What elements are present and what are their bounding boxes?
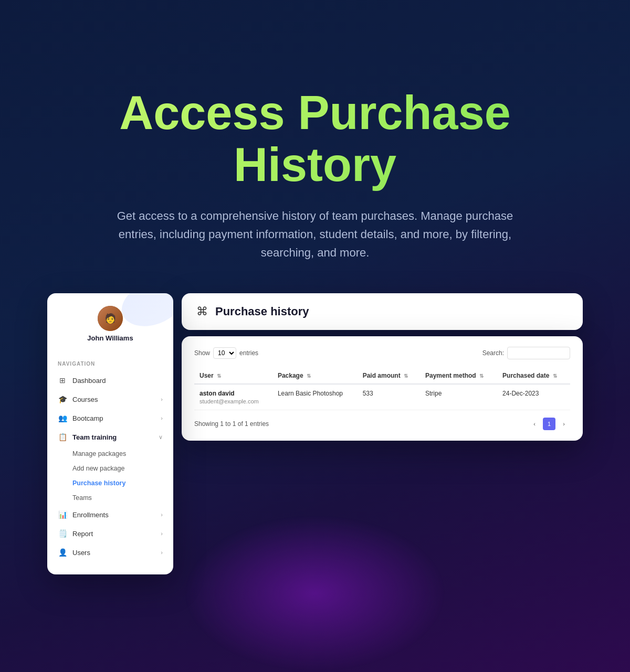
sidebar-subitem-manage-packages[interactable]: Manage packages — [72, 446, 173, 461]
bootcamp-icon: 👥 — [58, 413, 67, 423]
sidebar-item-report[interactable]: 🗒️ Report › — [47, 524, 173, 543]
col-payment-method[interactable]: Payment method ⇅ — [420, 368, 497, 384]
cell-paid-amount: 533 — [358, 384, 420, 410]
cell-purchased-date: 24-Dec-2023 — [497, 384, 570, 410]
chevron-right-icon: › — [161, 549, 163, 556]
sidebar: 🧑 John Williams NAVIGATION ⊞ Dashboard 🎓… — [47, 293, 173, 574]
cell-package: Learn Basic Photoshop — [272, 384, 358, 410]
ui-mockup: 🧑 John Williams NAVIGATION ⊞ Dashboard 🎓… — [47, 293, 583, 574]
show-label: Show — [194, 349, 210, 357]
cell-payment-method: Stripe — [420, 384, 497, 410]
sidebar-subitem-add-new-package[interactable]: Add new package — [72, 461, 173, 476]
sidebar-item-enrollments[interactable]: 📊 Enrollments › — [47, 505, 173, 524]
sidebar-subitem-teams[interactable]: Teams — [72, 490, 173, 505]
prev-page-button[interactable]: ‹ — [528, 418, 541, 430]
sidebar-item-label: Enrollments — [72, 511, 155, 519]
sort-icon: ⇅ — [479, 373, 484, 379]
sidebar-item-dashboard[interactable]: ⊞ Dashboard — [47, 371, 173, 390]
sidebar-item-users[interactable]: 👤 Users › — [47, 543, 173, 562]
command-icon: ⌘ — [196, 305, 208, 318]
sidebar-item-label: Courses — [72, 396, 155, 403]
sidebar-item-label: Team training — [72, 433, 153, 441]
table-controls: Show 10 25 50 entries Search: — [194, 347, 570, 359]
enrollments-icon: 📊 — [58, 510, 67, 519]
col-paid-amount[interactable]: Paid amount ⇅ — [358, 368, 420, 384]
col-package[interactable]: Package ⇅ — [272, 368, 358, 384]
sort-icon: ⇅ — [404, 373, 408, 379]
user-cell-email: student@example.com — [200, 398, 267, 404]
courses-icon: 🎓 — [58, 394, 67, 404]
show-entries-control: Show 10 25 50 entries — [194, 347, 258, 359]
chevron-right-icon: › — [161, 530, 163, 537]
team-training-icon: 📋 — [58, 432, 67, 442]
users-icon: 👤 — [58, 548, 67, 557]
chevron-right-icon: › — [161, 511, 163, 518]
search-label: Search: — [482, 349, 504, 357]
sort-icon: ⇅ — [553, 373, 557, 379]
next-page-button[interactable]: › — [558, 418, 570, 430]
cell-user: aston david student@example.com — [194, 384, 272, 410]
report-icon: 🗒️ — [58, 529, 67, 538]
table-header-row: User ⇅ Package ⇅ Paid amount ⇅ — [194, 368, 570, 384]
main-container: Access Purchase History Get access to a … — [37, 56, 593, 617]
main-panel: ⌘ Purchase history Show 10 25 50 entries — [182, 293, 583, 441]
entries-suffix: entries — [239, 349, 258, 357]
col-purchased-date[interactable]: Purchased date ⇅ — [497, 368, 570, 384]
pagination: ‹ 1 › — [528, 418, 570, 430]
nav-section-label: NAVIGATION — [47, 361, 173, 367]
hero-title: Access Purchase History — [47, 87, 583, 191]
grid-icon: ⊞ — [58, 376, 67, 385]
sort-icon: ⇅ — [307, 373, 311, 379]
user-cell-name: aston david — [200, 390, 267, 397]
table-row: aston david student@example.com Learn Ba… — [194, 384, 570, 410]
sidebar-item-courses[interactable]: 🎓 Courses › — [47, 390, 173, 409]
panel-content: Show 10 25 50 entries Search: — [182, 336, 583, 441]
sidebar-item-label: Users — [72, 549, 155, 557]
sidebar-subitem-purchase-history[interactable]: Purchase history — [72, 476, 173, 490]
current-page-button[interactable]: 1 — [543, 418, 555, 430]
entries-info: Showing 1 to 1 of 1 entries — [194, 420, 269, 428]
sort-icon: ⇅ — [217, 373, 221, 379]
panel-header-title: Purchase history — [215, 305, 309, 318]
chevron-down-icon: ∨ — [159, 434, 163, 441]
user-name: John Williams — [87, 334, 133, 342]
search-input[interactable] — [507, 347, 570, 359]
sidebar-item-team-training[interactable]: 📋 Team training ∨ — [47, 428, 173, 446]
hero-subtitle: Get access to a comprehensive history of… — [116, 207, 514, 262]
team-training-subitems: Manage packages Add new package Purchase… — [47, 446, 173, 505]
col-user[interactable]: User ⇅ — [194, 368, 272, 384]
data-table: User ⇅ Package ⇅ Paid amount ⇅ — [194, 368, 570, 410]
sidebar-item-bootcamp[interactable]: 👥 Bootcamp › — [47, 409, 173, 428]
sidebar-item-label: Bootcamp — [72, 414, 155, 422]
chevron-right-icon: › — [161, 415, 163, 421]
search-box: Search: — [482, 347, 570, 359]
panel-header: ⌘ Purchase history — [182, 293, 583, 330]
chevron-right-icon: › — [161, 396, 163, 402]
table-footer: Showing 1 to 1 of 1 entries ‹ 1 › — [194, 418, 570, 430]
sidebar-item-label: Dashboard — [72, 377, 163, 385]
avatar: 🧑 — [98, 306, 123, 331]
entries-select[interactable]: 10 25 50 — [213, 347, 236, 359]
sidebar-item-label: Report — [72, 530, 155, 538]
avatar-image: 🧑 — [98, 306, 123, 331]
